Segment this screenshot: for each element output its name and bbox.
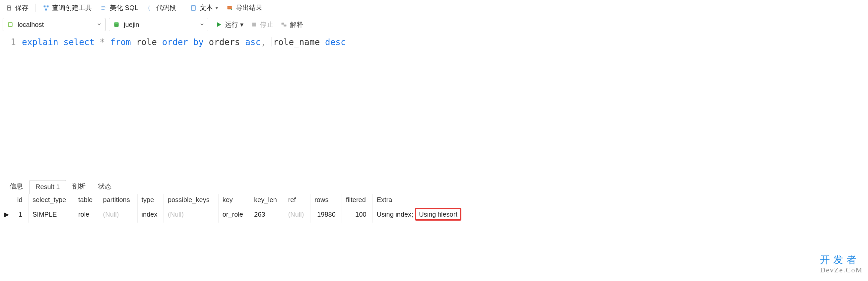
beautify-icon [100,4,108,12]
export-icon [226,4,234,12]
cell-type[interactable]: index [137,206,164,223]
beautify-sql-button[interactable]: 美化 SQL [97,2,141,13]
extra-using-filesort: Using filesort [415,208,461,221]
col-id[interactable]: id [13,194,29,206]
export-label: 导出结果 [236,3,262,12]
svg-rect-0 [8,6,10,7]
svg-point-11 [114,22,118,24]
query-builder-button[interactable]: 查询创建工具 [39,2,95,13]
col-rows[interactable]: rows [310,194,342,206]
save-button[interactable]: 保存 [3,2,31,13]
row-pointer-header [0,194,13,206]
tab-status[interactable]: 状态 [92,179,118,194]
row-pointer-icon: ▶ [0,206,13,223]
grid-header-row: id select_type table partitions type pos… [0,194,474,206]
cell-key-len[interactable]: 263 [250,206,284,223]
code-area[interactable]: explain select * from role order by orde… [22,37,868,47]
cell-ref[interactable]: (Null) [284,206,310,223]
svg-rect-12 [252,23,256,27]
query-builder-label: 查询创建工具 [52,3,92,12]
extra-using-index: Using index [377,211,412,218]
export-button[interactable]: 导出结果 [223,2,265,13]
watermark: 开发者 DevZe.CoM [820,254,863,274]
col-extra[interactable]: Extra [372,194,474,206]
stop-label: 停止 [260,20,273,29]
code-snippet-label: 代码段 [156,3,176,12]
col-type[interactable]: type [137,194,164,206]
svg-rect-4 [45,8,47,10]
tab-info[interactable]: 信息 [3,179,29,194]
cell-select-type[interactable]: SIMPLE [29,206,74,223]
col-possible-keys[interactable]: possible_keys [164,194,219,206]
caret-down-icon: ▾ [240,21,244,29]
text-label: 文本 [200,3,213,12]
line-number: 1 [0,37,16,47]
explain-label: 解释 [290,20,303,29]
watermark-cn: 开发者 [820,254,863,266]
separator [183,4,183,12]
run-button[interactable]: 运行 ▾ [213,19,245,31]
connection-runbar: localhost juejin 运行 ▾ 停止 [0,16,868,34]
play-icon [215,21,223,29]
col-ref[interactable]: ref [284,194,310,206]
database-select[interactable]: juejin [109,18,208,31]
beautify-label: 美化 SQL [110,3,138,12]
svg-rect-2 [44,5,46,7]
col-key[interactable]: key [218,194,250,206]
cell-rows[interactable]: 19880 [310,206,342,223]
separator [35,4,35,12]
svg-rect-13 [282,23,284,25]
result-grid: id select_type table partitions type pos… [0,194,474,223]
col-table[interactable]: table [74,194,99,206]
text-cursor [272,37,272,46]
col-key-len[interactable]: key_len [250,194,284,206]
col-filtered[interactable]: filtered [342,194,372,206]
cell-partitions[interactable]: (Null) [99,206,137,223]
line-gutter: 1 [0,37,22,47]
cell-filtered[interactable]: 100 [342,206,372,223]
query-builder-icon [42,4,50,12]
tab-profile[interactable]: 剖析 [66,179,92,194]
main-toolbar: 保存 查询创建工具 美化 SQL ( ) 代码段 文本 ▾ 导出结果 [0,0,868,16]
cell-key[interactable]: or_role [218,206,250,223]
svg-text:( ): ( ) [147,5,153,11]
chevron-down-icon [199,21,205,29]
tab-result1[interactable]: Result 1 [29,180,66,194]
watermark-en: DevZe.CoM [820,266,863,274]
svg-rect-14 [284,25,286,27]
text-button[interactable]: 文本 ▾ [187,2,221,13]
cell-table[interactable]: role [74,206,99,223]
stop-icon [250,21,258,29]
result-tabs: 信息 Result 1 剖析 状态 [0,179,868,194]
cell-possible-keys[interactable]: (Null) [164,206,219,223]
explain-button[interactable]: 解释 [278,19,305,31]
explain-icon [280,21,288,29]
save-icon [5,4,13,12]
svg-rect-9 [9,23,12,26]
chevron-down-icon [96,21,102,29]
col-partitions[interactable]: partitions [99,194,137,206]
run-label: 运行 [225,20,238,29]
svg-rect-1 [8,8,10,10]
connection-icon [6,21,14,29]
database-name: juejin [124,21,196,29]
text-icon [190,4,198,12]
cell-extra[interactable]: Using index; Using filesort [372,206,474,223]
connection-select[interactable]: localhost [3,18,105,31]
save-label: 保存 [15,3,29,12]
code-snippet-button[interactable]: ( ) 代码段 [144,2,179,13]
database-icon [113,21,120,29]
cell-id[interactable]: 1 [13,206,29,223]
svg-rect-3 [47,5,49,7]
table-row[interactable]: ▶ 1 SIMPLE role (Null) index (Null) or_r… [0,206,474,223]
connection-name: localhost [18,21,93,29]
col-select-type[interactable]: select_type [29,194,74,206]
caret-down-icon: ▾ [216,5,218,11]
code-snippet-icon: ( ) [146,4,154,12]
sql-editor[interactable]: 1 explain select * from role order by or… [0,34,868,177]
stop-button: 停止 [248,19,275,31]
